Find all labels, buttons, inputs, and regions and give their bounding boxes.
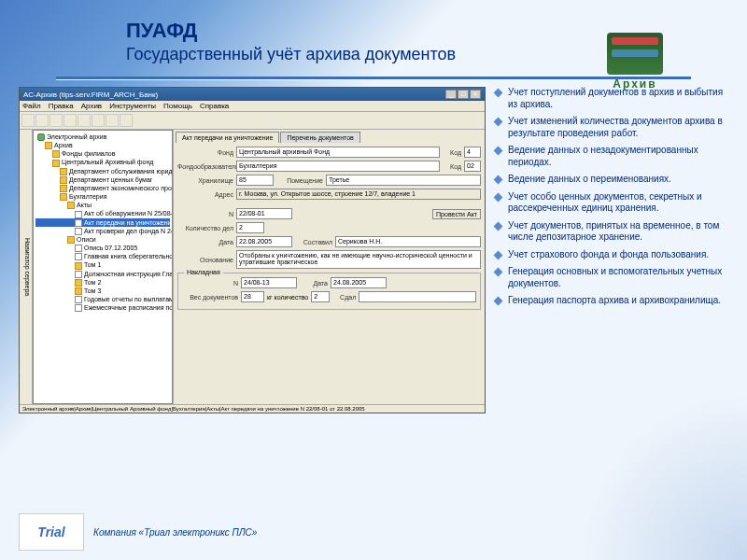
minimize-button[interactable]: _: [445, 90, 457, 99]
feature-item: Учет изменений количества документов арх…: [495, 116, 724, 139]
tree-node[interactable]: Том 2: [35, 278, 170, 287]
window-title: АС-Архив (tips-serv.FIRM_ARCH_Банк): [23, 91, 158, 99]
toolbar-button[interactable]: [78, 114, 91, 127]
label: Фонд: [177, 149, 233, 156]
tree-node[interactable]: Центральный Архивный фонд: [35, 158, 170, 166]
sidebar-tab[interactable]: Навигатор сервера: [20, 130, 33, 404]
label: Код: [443, 149, 461, 156]
count-input[interactable]: 2: [236, 222, 264, 233]
tree-node[interactable]: Электронный архив: [35, 133, 170, 141]
menu-item[interactable]: Архив: [81, 102, 102, 110]
menu-item[interactable]: Справка: [200, 102, 229, 110]
tree-node[interactable]: Фонды филиалов: [35, 149, 170, 158]
date-input[interactable]: 22.08.2005: [236, 236, 292, 247]
nak-date-input[interactable]: 24.08.2005: [331, 277, 387, 288]
db-icon: [37, 133, 45, 141]
statusbar: Электронный архив|Архив|Центральный Архи…: [20, 404, 485, 413]
label: Сдал: [332, 294, 356, 301]
toolbar-button[interactable]: [21, 114, 35, 127]
toolbar-button[interactable]: [63, 114, 77, 127]
kod-input[interactable]: 4: [464, 147, 481, 158]
tree-node[interactable]: Акт передачи на уничтожение N 22/08-01 о…: [35, 218, 170, 227]
fld-icon: [75, 262, 82, 270]
nak-n-input[interactable]: 24/08-13: [241, 277, 297, 288]
toolbar-button[interactable]: [120, 114, 133, 127]
kod-input[interactable]: 02: [464, 161, 481, 172]
doc-icon: [75, 245, 82, 252]
tree-node[interactable]: Бухгалтерия: [35, 192, 170, 201]
compiled-input[interactable]: Серикова Н.Н.: [335, 236, 481, 247]
creator-input[interactable]: Бухгалтерия: [236, 161, 440, 172]
run-act-button[interactable]: Провести Акт: [432, 209, 481, 219]
label: Количество дел: [177, 225, 233, 231]
feature-list: Учет поступлений документов в архив и вы…: [495, 87, 738, 413]
room-input[interactable]: Третье: [326, 175, 481, 186]
fld-icon: [75, 279, 82, 287]
tree-node[interactable]: Том 1: [35, 260, 170, 269]
doc-icon: [75, 271, 82, 278]
close-button[interactable]: ×: [470, 90, 481, 99]
toolbar-button[interactable]: [35, 114, 49, 127]
storage-input[interactable]: 85: [236, 175, 274, 186]
trial-logo: Trial: [19, 513, 84, 551]
tree-node[interactable]: Архив: [35, 141, 170, 149]
toolbar-button[interactable]: [92, 114, 105, 127]
titlebar[interactable]: АС-Архив (tips-serv.FIRM_ARCH_Банк) _ □ …: [20, 88, 485, 101]
feature-item: Генерация основных и вспомогательных уче…: [495, 266, 724, 289]
label: Дата: [300, 280, 328, 287]
feature-item: Учет документов, принятых на временное, …: [495, 220, 724, 244]
fld-icon: [67, 202, 75, 209]
tree-node[interactable]: Должностная инструкция Главного бухгалте…: [35, 270, 170, 278]
tree-view[interactable]: Электронный архивАрхивФонды филиаловЦент…: [33, 130, 173, 404]
tree-node[interactable]: Акты: [35, 201, 170, 209]
fld-icon: [60, 176, 67, 184]
fld-icon: [60, 185, 67, 192]
doc-icon: [75, 304, 82, 312]
tree-node[interactable]: Департамент обслуживания юридических лиц…: [35, 167, 170, 175]
weight-input[interactable]: 28: [241, 291, 264, 302]
corner-decoration: [579, 392, 747, 560]
label: Составил: [295, 239, 332, 245]
label: Дата: [177, 239, 233, 245]
reason-input[interactable]: Отобраны к уничтожению, как не имеющие н…: [236, 250, 481, 269]
menu-item[interactable]: Инструменты: [109, 102, 156, 110]
doc-icon: [75, 228, 82, 235]
label: Хранилище: [177, 177, 233, 184]
company-name: Компания «Триал электроникс ПЛС»: [93, 527, 257, 538]
tree-node[interactable]: Описи: [35, 235, 170, 244]
label: Фондообразователь: [177, 163, 233, 170]
form-panel: Акт передачи на уничтожение Перечень док…: [173, 130, 485, 404]
qty-input[interactable]: 2: [311, 291, 330, 302]
sdal-input[interactable]: [359, 291, 476, 302]
tree-node[interactable]: Акт проверки дел фонда N 24-08/01 от 24.…: [35, 227, 170, 235]
maximize-button[interactable]: □: [458, 90, 469, 99]
doc-icon: [75, 219, 82, 227]
tree-node[interactable]: Опись 07.12.2005: [35, 244, 170, 252]
feature-item: Генерация паспорта архива и архивохранил…: [495, 295, 724, 307]
tab-docs[interactable]: Перечень документов: [280, 132, 359, 143]
menu-item[interactable]: Файл: [22, 102, 41, 110]
toolbar-button[interactable]: [49, 114, 63, 127]
tree-node[interactable]: Департамент ценных бумаг: [35, 175, 170, 184]
toolbar-button[interactable]: [106, 114, 119, 127]
menu-item[interactable]: Помощь: [163, 102, 192, 110]
doc-icon: [75, 253, 82, 260]
fld-icon: [67, 236, 75, 244]
tree-node[interactable]: Том 3: [35, 287, 170, 295]
tree-node[interactable]: Главная книга сберегательного банка за 2…: [35, 252, 170, 260]
menu-item[interactable]: Правка: [49, 102, 74, 110]
tree-node[interactable]: Ежемесячные расписания по расчетному сче…: [35, 303, 170, 312]
group-title: Накладная: [184, 269, 223, 275]
fld-icon: [60, 168, 67, 175]
feature-item: Учет страхового фонда и фонда пользовани…: [495, 249, 724, 261]
n-input[interactable]: 22/08-01: [236, 208, 292, 219]
label: кг количество: [267, 294, 308, 301]
tree-node[interactable]: Акт об обнаружении N 25/08-01 от 25.08.2…: [35, 209, 170, 217]
fond-input[interactable]: Центральный архивный Фонд: [236, 147, 440, 158]
tree-node[interactable]: Годовые отчеты по выплатам налогов в бюд…: [35, 295, 170, 303]
tree-node[interactable]: Департамент экономического прогнозирован…: [35, 184, 170, 192]
label: N: [182, 280, 238, 287]
fld-icon: [60, 193, 67, 201]
label: N: [177, 211, 233, 217]
tab-act[interactable]: Акт передачи на уничтожение: [176, 132, 279, 143]
